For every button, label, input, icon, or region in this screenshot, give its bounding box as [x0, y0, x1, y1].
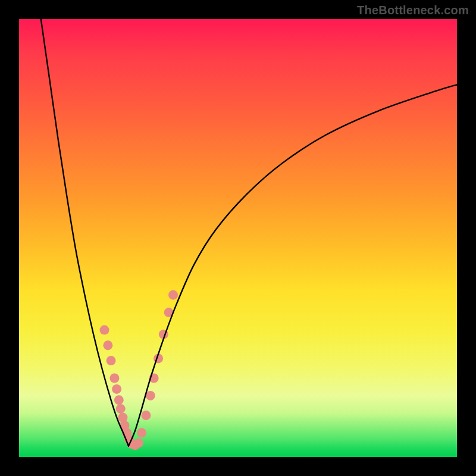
highlight-dot — [118, 413, 127, 422]
curve-layer — [19, 19, 457, 457]
highlight-dot — [100, 325, 109, 335]
highlight-dot — [114, 395, 124, 405]
highlight-dot — [137, 428, 146, 438]
highlight-dot — [168, 290, 178, 300]
highlight-dot — [134, 438, 143, 447]
highlight-dot — [141, 411, 151, 420]
watermark-text: TheBottleneck.com — [357, 4, 469, 17]
highlight-markers — [100, 290, 178, 450]
plot-area — [19, 19, 457, 457]
right-branch-curve — [129, 84, 457, 446]
highlight-dot — [116, 404, 126, 414]
highlight-dot — [103, 340, 112, 350]
highlight-dot — [109, 374, 119, 383]
chart-frame: TheBottleneck.com — [0, 0, 476, 476]
highlight-dot — [112, 384, 121, 394]
highlight-dot — [146, 391, 155, 400]
highlight-dot — [107, 356, 116, 365]
